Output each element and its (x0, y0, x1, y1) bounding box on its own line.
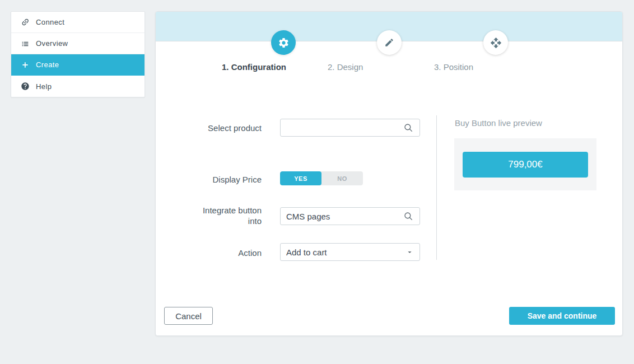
sidebar-item-label: Overview (36, 39, 68, 48)
display-price-toggle: YES NO (280, 171, 363, 185)
move-icon (490, 37, 502, 49)
help-icon (20, 82, 30, 91)
action-label: Action (188, 248, 262, 258)
step-position-circle[interactable] (483, 30, 508, 55)
step-design-label[interactable]: 2. Design (328, 62, 451, 72)
step-configuration-circle[interactable] (271, 30, 296, 55)
form-preview-divider (436, 115, 437, 260)
chevron-down-icon (405, 248, 414, 256)
integrate-into-input[interactable] (280, 207, 420, 225)
integrate-into-label: Integrate button into (188, 205, 262, 226)
sidebar-item-overview[interactable]: Overview (11, 33, 144, 54)
step-design-circle[interactable] (377, 30, 402, 55)
sidebar-item-label: Connect (36, 18, 64, 26)
create-buy-button-panel: 1. Configuration 2. Design 3. Position S… (155, 11, 623, 336)
action-dropdown-value: Add to cart (286, 248, 327, 257)
action-dropdown[interactable]: Add to cart (280, 243, 420, 261)
link-icon (18, 15, 31, 29)
sidebar-item-connect[interactable]: Connect (11, 12, 144, 33)
sidebar-item-create[interactable]: Create (11, 54, 144, 76)
live-preview-panel: 799,00€ (454, 138, 596, 190)
step-position-label[interactable]: 3. Position (434, 62, 557, 72)
cancel-button[interactable]: Cancel (164, 307, 213, 325)
display-price-label: Display Price (188, 174, 262, 185)
select-product-label: Select product (188, 123, 262, 133)
save-and-continue-button[interactable]: Save and continue (509, 307, 615, 325)
buy-button-preview[interactable]: 799,00€ (463, 152, 588, 178)
search-icon[interactable] (403, 211, 413, 221)
sidebar-item-label: Help (36, 82, 52, 91)
display-price-yes-option[interactable]: YES (280, 171, 321, 185)
search-icon[interactable] (403, 123, 413, 133)
step-configuration-label[interactable]: 1. Configuration (222, 62, 345, 72)
plus-icon (20, 60, 30, 69)
sidebar: Connect Overview Create Help (11, 11, 145, 97)
list-icon (20, 39, 30, 48)
sidebar-item-label: Create (36, 60, 59, 69)
gear-icon (278, 37, 290, 49)
live-preview-title: Buy Button live preview (455, 118, 542, 128)
pencil-icon (384, 38, 394, 48)
sidebar-item-help[interactable]: Help (11, 76, 144, 97)
display-price-no-option[interactable]: NO (321, 171, 363, 185)
select-product-input[interactable] (280, 119, 420, 137)
